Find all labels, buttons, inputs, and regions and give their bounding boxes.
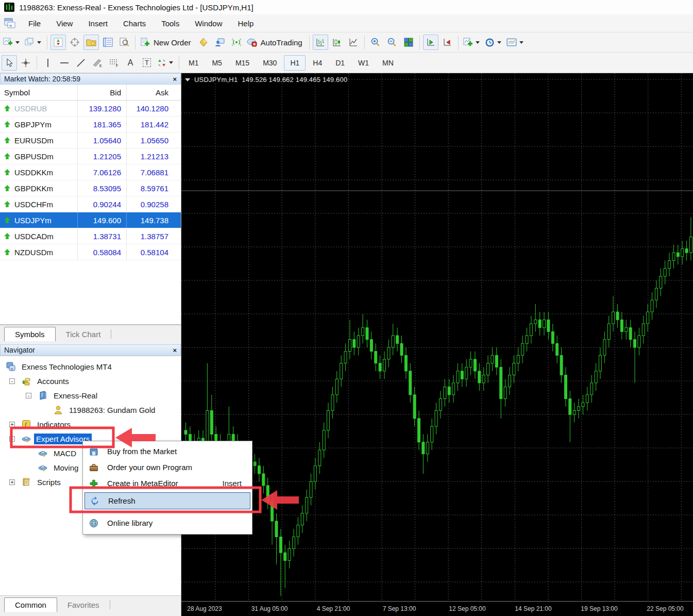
navigator-header[interactable]: Navigator × [0,344,181,356]
channel-button[interactable]: E [90,55,105,71]
market-watch-row[interactable]: EURUSDm 1.05640 1.05650 [0,132,181,148]
timeframe-mn-button[interactable]: MN [376,55,400,71]
chevron-down-icon[interactable] [15,41,20,44]
menu-insert[interactable]: Insert [80,14,115,32]
menu-tools[interactable]: Tools [154,14,187,32]
menu-item-buy-from-market[interactable]: Buy from the Market [84,443,251,459]
symbol-cell: USDJPYm [14,216,52,225]
market-icon [89,447,98,456]
templates-button[interactable] [505,35,526,50]
chart-area[interactable]: USDJPYm,H1 149.526 149.662 149.465 149.6… [181,73,693,616]
market-watch-row[interactable]: NZDUSDm 0.58084 0.58104 [0,244,181,260]
navigator-button[interactable] [83,35,99,50]
text-button[interactable]: A [123,55,138,71]
market-watch-row[interactable]: GBPDKKm 8.53095 8.59761 [0,180,181,196]
market-watch-row[interactable]: USDCHFm 0.90244 0.90258 [0,196,181,212]
trendline-button[interactable] [73,55,89,71]
market-watch-column-headers[interactable]: Symbol Bid Ask [0,85,181,101]
market-watch-row[interactable]: GBPJPYm 181.365 181.442 [0,116,181,132]
chart-dropdown-icon[interactable] [185,78,190,81]
ask-cell: 1.05650 [126,132,174,148]
tab-symbols[interactable]: Symbols [4,327,56,341]
column-symbol[interactable]: Symbol [0,88,77,97]
menu-item-order-program[interactable]: Order your own Program [84,459,251,475]
fibonacci-button[interactable]: F [106,55,122,71]
menu-item-create-metaeditor[interactable]: Create in MetaEditor Insert [84,475,251,491]
ask-cell: 1.21213 [126,148,174,164]
candlestick-icon [332,38,342,47]
data-window-button[interactable] [67,35,82,50]
menu-charts[interactable]: Charts [115,14,154,32]
community-button[interactable] [212,35,228,50]
zoom-out-button[interactable] [384,35,400,50]
market-watch-row-selected[interactable]: USDJPYm 149.600 149.738 [0,212,181,228]
timeframe-d1-button[interactable]: D1 [329,55,351,71]
x-axis[interactable]: 28 Aug 202331 Aug 05:004 Sep 21:007 Sep … [181,602,693,616]
menu-window[interactable]: Window [187,14,230,32]
bar-chart-button[interactable] [313,35,328,50]
menu-help[interactable]: Help [230,14,262,32]
candlestick-button[interactable] [329,35,345,50]
bid-cell: 149.600 [77,212,126,228]
menu-item-refresh[interactable]: Refresh [84,492,250,509]
market-watch-row[interactable]: USDCADm 1.38731 1.38757 [0,228,181,244]
menu-file[interactable]: File [21,14,48,32]
strategy-tester-button[interactable] [116,35,132,50]
periods-button[interactable] [483,35,504,50]
signals-button[interactable] [229,35,244,50]
market-watch-button[interactable] [50,35,66,50]
standard-toolbar: New Order [0,32,693,53]
menu-item-online-library[interactable]: Online library [84,515,251,531]
expand-icon[interactable]: + [9,422,15,427]
market-watch-row[interactable]: USDDKKm 7.06126 7.06881 [0,164,181,180]
timeframe-m5-button[interactable]: M5 [206,55,228,71]
close-icon[interactable]: × [173,76,177,82]
close-icon[interactable]: × [173,347,177,354]
collapse-icon[interactable]: - [9,436,15,442]
chart-shift-button[interactable] [440,35,455,50]
cursor-button[interactable] [2,55,17,71]
chevron-down-icon[interactable] [476,41,480,44]
auto-scroll-button[interactable] [423,35,438,50]
timeframe-m30-button[interactable]: M30 [257,55,283,71]
tab-common[interactable]: Common [4,597,57,612]
column-bid[interactable]: Bid [77,85,126,100]
terminal-button[interactable] [100,35,115,50]
chevron-down-icon[interactable] [497,41,501,44]
tab-favorites[interactable]: Favorites [57,598,110,612]
market-watch-header[interactable]: Market Watch: 20:58:59 × [0,73,181,85]
market-watch-row[interactable]: GBPUSDm 1.21205 1.21213 [0,148,181,164]
menu-view[interactable]: View [48,14,80,32]
autotrading-button[interactable]: AutoTrading [245,35,306,50]
timeframe-w1-button[interactable]: W1 [352,55,375,71]
metaeditor-button[interactable] [196,35,211,50]
profiles-button[interactable] [23,35,44,50]
tab-tick-chart[interactable]: Tick Chart [56,327,111,341]
text-label-button[interactable]: T [139,55,155,71]
x-axis-label: 28 Aug 2023 [187,605,222,612]
market-watch-row[interactable]: USDRUB 139.1280 140.1280 [0,101,181,116]
chevron-down-icon[interactable] [37,41,41,44]
crosshair-button[interactable] [18,55,33,71]
new-order-button[interactable]: New Order [139,35,195,50]
column-ask[interactable]: Ask [126,85,174,100]
line-chart-button[interactable] [346,35,361,50]
collapse-icon[interactable]: - [26,393,31,398]
timeframe-m15-button[interactable]: M15 [229,55,256,71]
chevron-down-icon[interactable] [519,41,523,44]
horizontal-line-button[interactable] [57,55,72,71]
collapse-icon[interactable]: - [9,378,15,384]
expand-icon[interactable]: + [9,479,15,485]
new-chart-button[interactable] [2,35,22,50]
timeframe-h1-button[interactable]: H1 [284,55,306,71]
timeframe-m1-button[interactable]: M1 [182,55,205,71]
tile-windows-button[interactable] [401,35,416,50]
zoom-in-button[interactable] [368,35,383,50]
timeframe-h4-button[interactable]: H4 [307,55,328,71]
candlestick-chart[interactable] [181,73,693,616]
indicators-button[interactable] [462,35,482,50]
arrows-button[interactable] [156,55,176,71]
svg-text:E: E [99,64,102,68]
chevron-down-icon[interactable] [169,61,173,64]
vertical-line-button[interactable] [40,55,56,71]
